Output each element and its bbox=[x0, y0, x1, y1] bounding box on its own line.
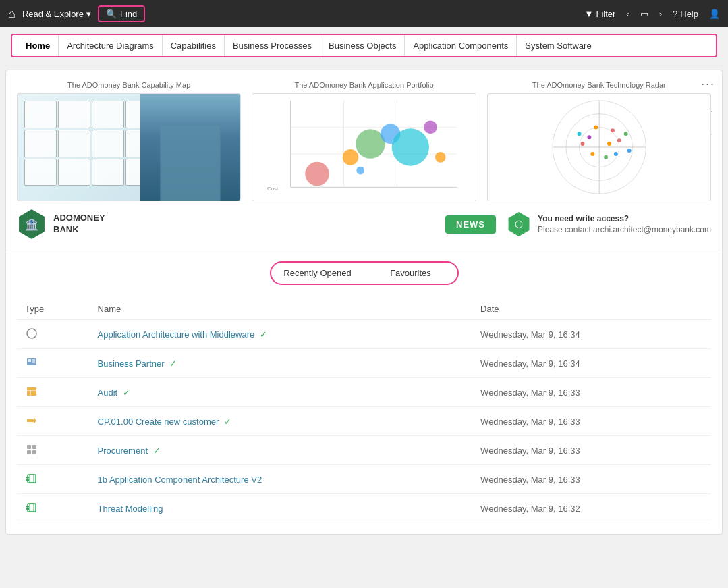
row-name-link[interactable]: Audit bbox=[98, 387, 118, 398]
filter-button[interactable]: ▼ Filter bbox=[585, 9, 616, 19]
svg-rect-44 bbox=[27, 450, 31, 454]
svg-point-32 bbox=[27, 329, 36, 338]
write-access-box: ⬡ You need write access? Please contact … bbox=[507, 212, 711, 236]
write-access-text: You need write access? Please contact ar… bbox=[538, 214, 711, 234]
banner-section: ··· 🔍 🔍 📄 The ADOmoney Bank Capability M… bbox=[6, 70, 722, 250]
chevron-down-icon: ▾ bbox=[86, 9, 91, 19]
tab-architecture-diagrams[interactable]: Architecture Diagrams bbox=[59, 35, 163, 56]
find-button[interactable]: 🔍 Find bbox=[98, 5, 145, 22]
cap-cell bbox=[58, 130, 90, 157]
check-icon: ✓ bbox=[221, 417, 231, 427]
type-icon-component bbox=[25, 472, 38, 485]
radar-svg bbox=[488, 94, 710, 201]
cap-cell bbox=[58, 159, 90, 186]
tab-system-software[interactable]: System Software bbox=[517, 35, 599, 56]
svg-rect-38 bbox=[27, 387, 36, 396]
svg-rect-34 bbox=[28, 359, 31, 362]
tabs-section: Recently Opened Favourites Type Name Dat… bbox=[6, 250, 722, 534]
type-icon-component bbox=[25, 501, 38, 514]
tech-radar-card: The ADOmoney Bank Technology Radar bbox=[487, 81, 711, 201]
capability-map-card: The ADOmoney Bank Capability Map bbox=[17, 81, 241, 201]
row-name-link[interactable]: Application Architecture with Middleware bbox=[98, 329, 255, 340]
check-icon: ✓ bbox=[150, 446, 161, 456]
recent-items-table: Type Name Date Application Architecture … bbox=[17, 298, 711, 523]
help-label: Help bbox=[680, 9, 698, 19]
row-name-cell: 1b Application Component Architecture V2 bbox=[90, 465, 473, 494]
svg-point-25 bbox=[587, 135, 591, 139]
write-access-email: Please contact archi.architect@moneybank… bbox=[538, 225, 711, 234]
table-header: Type Name Date bbox=[17, 298, 711, 320]
row-name-cell: Procurement ✓ bbox=[90, 436, 473, 465]
window-button[interactable]: ▭ bbox=[640, 9, 648, 19]
row-name-link[interactable]: Procurement bbox=[98, 446, 148, 456]
row-name-link[interactable]: CP.01.00 Create new customer bbox=[98, 417, 219, 427]
next-button[interactable]: › bbox=[659, 9, 662, 19]
row-date-cell: Wednesday, Mar 9, 16:33 bbox=[472, 378, 711, 407]
company-logo: 🏦 ADOMONEY BANK bbox=[17, 209, 105, 239]
svg-rect-47 bbox=[26, 477, 29, 479]
window-icon: ▭ bbox=[640, 9, 648, 19]
cap-cell bbox=[24, 159, 57, 186]
user-button[interactable]: 👤 bbox=[709, 9, 720, 19]
building-shape bbox=[160, 126, 220, 201]
svg-point-10 bbox=[392, 128, 429, 165]
svg-rect-49 bbox=[30, 475, 34, 483]
row-type-cell bbox=[17, 378, 90, 407]
row-type-cell bbox=[17, 465, 90, 494]
row-date-cell: Wednesday, Mar 9, 16:33 bbox=[472, 436, 711, 465]
recently-opened-tab[interactable]: Recently Opened bbox=[271, 263, 364, 284]
tab-capabilities[interactable]: Capabilities bbox=[163, 35, 225, 56]
company-logo-hex: 🏦 bbox=[17, 209, 47, 239]
help-button[interactable]: ? Help bbox=[673, 9, 698, 19]
svg-point-26 bbox=[580, 142, 584, 146]
svg-point-30 bbox=[577, 132, 581, 136]
news-button[interactable]: NEWS bbox=[445, 215, 496, 234]
svg-point-31 bbox=[594, 125, 598, 129]
more-options-icon[interactable]: ··· bbox=[701, 77, 715, 91]
search-icon: 🔍 bbox=[106, 9, 117, 19]
banner-bottom: 🏦 ADOMONEY BANK NEWS ⬡ You need write ac… bbox=[17, 209, 711, 239]
chevron-left-icon: ‹ bbox=[626, 9, 629, 19]
company-name-line1: ADOMONEY bbox=[53, 213, 105, 224]
write-access-title: You need write access? bbox=[538, 214, 711, 223]
check-icon: ✓ bbox=[167, 358, 177, 369]
svg-point-23 bbox=[623, 132, 627, 136]
navbar-right: ▼ Filter ‹ ▭ › ? Help 👤 bbox=[585, 9, 720, 19]
type-icon-arrow bbox=[25, 414, 38, 427]
svg-rect-43 bbox=[32, 445, 36, 449]
type-icon-circle bbox=[25, 327, 38, 340]
tabbar: Home Architecture Diagrams Capabilities … bbox=[11, 34, 717, 57]
row-name-link[interactable]: Threat Modelling bbox=[98, 504, 163, 514]
check-icon: ✓ bbox=[257, 329, 267, 340]
capability-map-image bbox=[17, 93, 241, 201]
app-portfolio-card: The ADOmoney Bank Application Portfolio bbox=[252, 81, 476, 201]
type-icon-table bbox=[25, 385, 38, 398]
svg-rect-53 bbox=[30, 504, 34, 512]
table-row: Procurement ✓ Wednesday, Mar 9, 16:33 bbox=[17, 436, 711, 465]
row-name-link[interactable]: 1b Application Component Architecture V2 bbox=[98, 475, 262, 485]
favourites-tab[interactable]: Favourites bbox=[364, 263, 457, 284]
cap-cell bbox=[24, 130, 57, 157]
svg-point-24 bbox=[614, 152, 618, 156]
row-name-link[interactable]: Business Partner bbox=[98, 358, 165, 369]
home-icon[interactable]: ⌂ bbox=[8, 7, 16, 21]
svg-point-28 bbox=[590, 152, 594, 156]
col-type: Type bbox=[17, 298, 90, 320]
prev-button[interactable]: ‹ bbox=[626, 9, 629, 19]
tab-home[interactable]: Home bbox=[18, 35, 59, 56]
filter-icon: ▼ bbox=[585, 9, 594, 19]
svg-point-20 bbox=[611, 128, 615, 132]
read-explore-button[interactable]: Read & Explore ▾ bbox=[22, 9, 91, 19]
tab-business-processes[interactable]: Business Processes bbox=[225, 35, 320, 56]
type-icon-person bbox=[25, 356, 38, 369]
tab-business-objects[interactable]: Business Objects bbox=[320, 35, 405, 56]
tab-application-components[interactable]: Application Components bbox=[405, 35, 517, 56]
main-content: ··· 🔍 🔍 📄 The ADOmoney Bank Capability M… bbox=[5, 70, 723, 535]
row-date-cell: Wednesday, Mar 9, 16:33 bbox=[472, 465, 711, 494]
row-type-cell bbox=[17, 320, 90, 349]
row-name-cell: Audit ✓ bbox=[90, 378, 473, 407]
check-icon: ✓ bbox=[120, 387, 130, 398]
svg-point-22 bbox=[607, 142, 611, 146]
col-name: Name bbox=[90, 298, 473, 320]
cap-cell bbox=[58, 101, 90, 128]
